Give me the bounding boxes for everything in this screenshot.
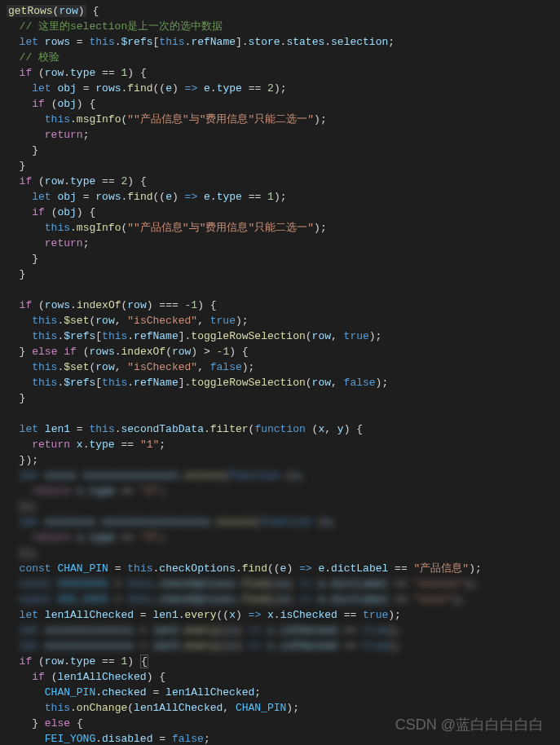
code-line: let len1 = this.secondTabData.filter(fun…	[0, 421, 560, 437]
blurred-line: });	[0, 545, 560, 561]
code-line	[0, 406, 560, 421]
code-line: }	[0, 158, 560, 174]
code-line: this.msgInfo(""产品信息"与"费用信息"只能二选一");	[0, 112, 560, 127]
code-line: }	[0, 251, 560, 267]
code-line: let obj = rows.find((e) => e.type == 1);	[0, 189, 560, 205]
code-line: }	[0, 143, 560, 158]
code-line: let obj = rows.find((e) => e.type == 2);	[0, 81, 560, 96]
code-line: CHAN_PIN.checked = len1AllChecked;	[0, 685, 560, 700]
code-line	[0, 282, 560, 298]
code-line: if (len1AllChecked) {	[0, 669, 560, 685]
code-line: if (rows.indexOf(row) === -1) {	[0, 298, 560, 313]
code-line: return;	[0, 127, 560, 143]
code-line: });	[0, 452, 560, 468]
blurred-line: return x.type == "2";	[0, 483, 560, 499]
blurred-line: });	[0, 499, 560, 514]
code-line: this.$refs[this.refName].toggleRowSelect…	[0, 375, 560, 390]
blurred-line: let xxxxxxxxxxxxxx = len3.every((x) => x…	[0, 638, 560, 654]
blurred-line: const XXX_XXXX = this.checkOptions.find(…	[0, 592, 560, 607]
code-line: if (row.type == 1) {	[0, 65, 560, 81]
code-line: let len1AllChecked = len1.every((x) => x…	[0, 607, 560, 623]
code-line: this.$refs[this.refName].toggleRowSelect…	[0, 328, 560, 344]
code-editor[interactable]: getRows(row) { // 这里的selection是上一次的选中数据 …	[0, 0, 560, 745]
code-line: FEI_YONG.disabled = false;	[0, 731, 560, 745]
code-line: let rows = this.$refs[this.refName].stor…	[0, 34, 560, 50]
code-line: }	[0, 267, 560, 282]
code-line: if (row.type == 2) {	[0, 174, 560, 189]
code-line: }	[0, 390, 560, 406]
blurred-line: let xxxxx xxxxxxxxxxxxxxx.xxxxxx(functio…	[0, 468, 560, 483]
code-line: const CHAN_PIN = this.checkOptions.find(…	[0, 561, 560, 576]
blurred-line: let xxxxxxxxxxxxxx = len2.every((x) => x…	[0, 623, 560, 638]
code-line: if (row.type == 1) {	[0, 654, 560, 669]
code-line: return x.type == "1";	[0, 437, 560, 452]
code-line: } else if (rows.indexOf(row) > -1) {	[0, 344, 560, 359]
code-line: this.msgInfo(""产品信息"与"费用信息"只能二选一");	[0, 220, 560, 236]
watermark: CSDN @蓝白白白白白	[395, 717, 544, 733]
blurred-line: const XXXXXXXX = this.checkOptions.find(…	[0, 576, 560, 592]
code-line: // 这里的selection是上一次的选中数据	[0, 19, 560, 34]
code-line: this.$set(row, "isChecked", true);	[0, 313, 560, 328]
code-line: return;	[0, 236, 560, 251]
blurred-line: return x.type == "3";	[0, 530, 560, 545]
code-line: if (obj) {	[0, 205, 560, 220]
blurred-line: let xxxxxxxx xxxxxxxxxxxxxxxxx.xxxxxx(fu…	[0, 514, 560, 530]
code-line: if (obj) {	[0, 96, 560, 112]
code-line: this.onChange(len1AllChecked, CHAN_PIN);	[0, 700, 560, 716]
code-line: this.$set(row, "isChecked", false);	[0, 359, 560, 375]
code-line: getRows(row) {	[0, 3, 560, 19]
code-line: // 校验	[0, 50, 560, 65]
